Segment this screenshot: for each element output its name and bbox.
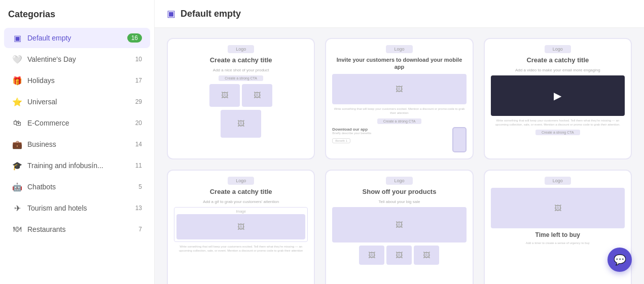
template-images-row-2: 🖼 bbox=[174, 110, 308, 138]
sidebar-header: Categorias bbox=[0, 0, 154, 25]
sidebar-item-count: 7 bbox=[138, 226, 142, 233]
main-content: ▣ Default empty Logo Create a catchy tit… bbox=[155, 0, 644, 284]
sidebar-item-count: 14 bbox=[135, 141, 142, 148]
sidebar-item-label: Restaurants bbox=[27, 225, 133, 233]
gif-placeholder: 🖼 bbox=[176, 214, 305, 239]
sidebar-item-tourism[interactable]: ✈ Tourism and hotels 13 bbox=[4, 198, 150, 218]
download-subtitle: Briefly describe your benefits bbox=[332, 132, 448, 135]
template-image-placeholder: 🖼 bbox=[386, 246, 412, 265]
template-card-1[interactable]: Logo Create a catchy title Add a nice sh… bbox=[167, 38, 315, 159]
sidebar-item-label: Universal bbox=[27, 98, 130, 106]
template-title-4: Create a catchy title bbox=[210, 188, 272, 196]
sidebar-item-ecommerce[interactable]: 🛍 E-Commerce 20 bbox=[4, 113, 150, 133]
template-logo-4: Logo bbox=[228, 177, 254, 185]
template-title-3: Create a catchy title bbox=[526, 56, 589, 65]
template-image-placeholder: 🖼 bbox=[491, 188, 625, 228]
tourism-icon: ✈ bbox=[12, 203, 22, 213]
template-image-placeholder: 🖼 bbox=[359, 246, 384, 265]
template-subtitle-4: Add a gif to grab your customers' attent… bbox=[203, 199, 279, 204]
template-logo-2: Logo bbox=[386, 45, 412, 53]
template-body-4: Write something that will keep your cust… bbox=[174, 245, 308, 253]
sidebar-item-label: Business bbox=[27, 140, 130, 148]
template-subtitle-1: Add a nice shot of your product bbox=[213, 68, 269, 72]
sidebar-item-label: E-Commerce bbox=[27, 119, 130, 127]
business-icon: 💼 bbox=[12, 139, 22, 149]
sidebar-item-default-empty[interactable]: ▣ Default empty 16 bbox=[4, 28, 150, 48]
gif-container: Image 🖼 bbox=[174, 207, 308, 242]
template-image-placeholder: 🖼 bbox=[221, 110, 261, 138]
main-header-icon: ▣ bbox=[167, 8, 175, 19]
templates-grid: Logo Create a catchy title Add a nice sh… bbox=[155, 28, 644, 284]
main-header: ▣ Default empty bbox=[155, 0, 644, 28]
template-cta-3: Create a strong CTA bbox=[535, 130, 580, 135]
sidebar-item-count: 5 bbox=[138, 183, 142, 190]
template-image-placeholder: 🖼 bbox=[209, 84, 240, 107]
chatbots-icon: 🤖 bbox=[12, 182, 22, 192]
template-card-4[interactable]: Logo Create a catchy title Add a gif to … bbox=[167, 170, 315, 284]
image-label: Image bbox=[176, 210, 305, 213]
download-title: Download our app bbox=[332, 127, 448, 132]
sidebar-item-count: 11 bbox=[135, 162, 142, 169]
template-subtitle-5: Tell about your big sale bbox=[379, 199, 420, 204]
template-title-5: Show off your products bbox=[363, 188, 437, 196]
sidebar-item-valentines[interactable]: 🤍 Valentine's Day 10 bbox=[4, 49, 150, 69]
valentines-icon: 🤍 bbox=[12, 54, 22, 64]
sidebar-item-holidays[interactable]: 🎁 Holidays 17 bbox=[4, 70, 150, 91]
template-image-placeholder: 🖼 bbox=[414, 246, 439, 265]
template-images-row-1: 🖼 🖼 bbox=[174, 84, 308, 107]
sidebar: Categorias ▣ Default empty 16 🤍 Valentin… bbox=[0, 0, 155, 284]
template-body-3: Write something that will keep your cust… bbox=[491, 119, 625, 127]
sidebar-item-label: Valentine's Day bbox=[27, 55, 130, 63]
template-body-6: Add a timer to create a sense of urgency… bbox=[491, 241, 625, 246]
sidebar-item-restaurants[interactable]: 🍽 Restaurants 7 bbox=[4, 219, 150, 239]
template-image-placeholder: 🖼 bbox=[242, 84, 272, 107]
template-card-2[interactable]: Logo Invite your customers to download y… bbox=[325, 38, 473, 159]
sidebar-item-label: Chatbots bbox=[27, 183, 133, 191]
template-video-placeholder: ▶ bbox=[491, 75, 625, 116]
sidebar-item-business[interactable]: 💼 Business 14 bbox=[4, 134, 150, 154]
template-logo-5: Logo bbox=[386, 177, 412, 185]
ecommerce-icon: 🛍 bbox=[12, 118, 22, 128]
holidays-icon: 🎁 bbox=[12, 75, 22, 86]
sidebar-item-count: 20 bbox=[135, 119, 142, 127]
sidebar-item-count: 13 bbox=[135, 205, 142, 212]
sidebar-item-count: 10 bbox=[135, 56, 142, 63]
template-logo-1: Logo bbox=[228, 45, 254, 53]
phone-mockup bbox=[452, 127, 467, 152]
template-card-5[interactable]: Logo Show off your products Tell about y… bbox=[325, 170, 473, 284]
sidebar-list: ▣ Default empty 16 🤍 Valentine's Day 10 … bbox=[0, 25, 154, 284]
sidebar-item-count: 29 bbox=[135, 98, 142, 105]
template-title-6: Time left to buy bbox=[535, 231, 580, 238]
template-subtitle-3: Add a video to make your email more enga… bbox=[515, 68, 600, 72]
template-cta-2: Create a strong CTA bbox=[377, 118, 422, 124]
universal-icon: ⭐ bbox=[12, 97, 22, 107]
download-benefit: Benefit 1 bbox=[332, 138, 350, 143]
template-body-2: Write something that will keep your cust… bbox=[332, 107, 466, 115]
chat-icon: 💬 bbox=[614, 254, 626, 266]
sidebar-item-count: 16 bbox=[127, 33, 142, 43]
download-section: Download our app Briefly describe your b… bbox=[332, 127, 466, 152]
template-title-1: Create a catchy title bbox=[210, 56, 272, 65]
template-image-placeholder: 🖼 bbox=[332, 207, 466, 242]
sidebar-item-label: Default empty bbox=[27, 34, 122, 42]
restaurants-icon: 🍽 bbox=[12, 224, 22, 234]
sidebar-item-training[interactable]: 🎓 Training and infobusín... 11 bbox=[4, 155, 150, 176]
default-empty-icon: ▣ bbox=[12, 33, 22, 43]
sidebar-item-label: Training and infobusín... bbox=[27, 161, 130, 170]
sidebar-item-universal[interactable]: ⭐ Universal 29 bbox=[4, 92, 150, 112]
template-logo-3: Logo bbox=[545, 45, 571, 53]
training-icon: 🎓 bbox=[12, 160, 22, 171]
main-header-title: Default empty bbox=[181, 9, 241, 19]
template-card-3[interactable]: Logo Create a catchy title Add a video t… bbox=[484, 38, 632, 159]
sidebar-item-chatbots[interactable]: 🤖 Chatbots 5 bbox=[4, 177, 150, 197]
template-logo-6: Logo bbox=[545, 177, 571, 185]
chat-button[interactable]: 💬 bbox=[607, 248, 632, 272]
template-cta-1: Create a strong CTA bbox=[219, 75, 263, 81]
template-image-placeholder: 🖼 bbox=[332, 74, 466, 105]
template-title-2: Invite your customers to download your m… bbox=[332, 56, 466, 71]
sidebar-item-count: 17 bbox=[135, 77, 142, 84]
sidebar-item-label: Tourism and hotels bbox=[27, 204, 130, 212]
template-images-row-5: 🖼 🖼 🖼 bbox=[332, 246, 466, 265]
sidebar-item-label: Holidays bbox=[27, 76, 130, 85]
download-text: Download our app Briefly describe your b… bbox=[332, 127, 448, 144]
